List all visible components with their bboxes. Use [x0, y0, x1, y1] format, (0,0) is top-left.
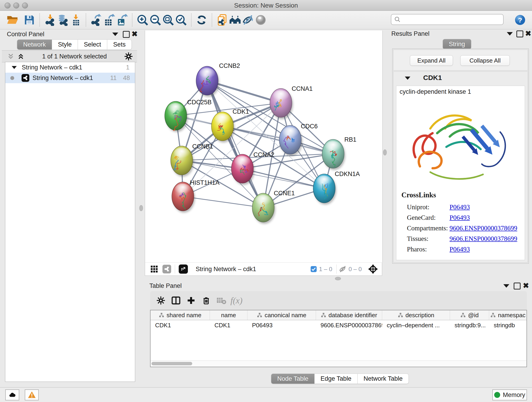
save-session-button[interactable]: [23, 13, 36, 26]
string-results-container: Expand All Collapse All CDK1 cyclin-depe…: [392, 49, 529, 264]
expand-all-icon[interactable]: [17, 52, 25, 60]
cloud-status-button[interactable]: [5, 389, 19, 400]
search-input[interactable]: [401, 16, 500, 23]
delete-table-button[interactable]: [214, 294, 229, 307]
crosslink-uniprot-link[interactable]: P06493: [450, 203, 470, 211]
collapse-all-button[interactable]: Collapse All: [460, 55, 510, 66]
protein-node-CDC6[interactable]: CDC6: [279, 123, 318, 156]
protein-node-CCNB2[interactable]: CCNB2: [196, 62, 240, 97]
table-options-button[interactable]: [153, 294, 168, 307]
protein-expander-icon[interactable]: [405, 77, 410, 80]
tab-select[interactable]: Select: [78, 39, 107, 50]
protein-node-CDK1[interactable]: CDK1: [211, 108, 249, 143]
collapse-all-icon[interactable]: [7, 52, 15, 60]
tab-sets[interactable]: Sets: [107, 39, 132, 50]
memory-status-button[interactable]: Memory: [492, 389, 527, 400]
column-header[interactable]: shared name: [151, 310, 210, 320]
tab-style[interactable]: Style: [52, 39, 78, 50]
show-columns-button[interactable]: [168, 294, 184, 307]
table-panel-menu-icon[interactable]: [503, 284, 509, 288]
right-splitter-handle[interactable]: [383, 149, 387, 155]
zoom-fit-button[interactable]: [162, 13, 175, 26]
tab-node-table[interactable]: Node Table: [271, 374, 315, 384]
column-header[interactable]: name: [210, 310, 247, 320]
grid-mode-icon[interactable]: [150, 265, 158, 273]
import-table-button[interactable]: [69, 13, 82, 26]
tab-edge-table[interactable]: Edge Table: [315, 374, 358, 384]
control-panel-float-icon[interactable]: [123, 31, 130, 38]
selected-checkbox-icon[interactable]: [310, 266, 317, 273]
bottom-splitter-handle[interactable]: [335, 277, 341, 280]
protein-node-CCNB1[interactable]: CCNB1: [171, 143, 213, 177]
zoom-selected-button[interactable]: [175, 13, 187, 26]
tab-string[interactable]: String: [443, 39, 471, 49]
left-splitter-handle[interactable]: [139, 205, 143, 211]
help-button[interactable]: ?: [515, 14, 526, 26]
column-header[interactable]: canonical name: [247, 310, 316, 320]
control-panel-close-icon[interactable]: ✖: [132, 31, 138, 37]
table-horizontal-scrollbar[interactable]: [151, 361, 526, 367]
column-header[interactable]: namespac: [489, 310, 526, 320]
export-image-button[interactable]: [115, 13, 128, 26]
protein-node-CCNE1[interactable]: CCNE1: [252, 190, 295, 224]
detach-view-button[interactable]: [179, 264, 188, 274]
expand-collapse-box: Expand All Collapse All: [393, 50, 528, 70]
table-panel-close-icon[interactable]: ✖: [523, 283, 529, 288]
gear-icon[interactable]: [124, 52, 133, 61]
crosslink-pharos-link[interactable]: P06493: [450, 245, 470, 253]
protein-name: CDK1: [423, 74, 442, 82]
control-panel-menu-icon[interactable]: [112, 32, 118, 36]
birds-eye-icon[interactable]: [368, 264, 378, 274]
column-header[interactable]: @id: [450, 310, 489, 320]
network-collection-row[interactable]: String Network – cdk1 1: [5, 62, 135, 73]
hidden-eye-icon[interactable]: [339, 265, 347, 273]
crosslink-genecard-link[interactable]: P06493: [450, 214, 470, 221]
network-view-toolbar: String Network – cdk1 1 – 0 0 – 0: [145, 262, 382, 276]
results-panel-close-icon[interactable]: ✖: [525, 31, 531, 36]
open-session-button[interactable]: [6, 13, 19, 26]
delete-column-button[interactable]: [199, 294, 214, 307]
apply-layout-button[interactable]: [195, 13, 208, 26]
table-panel-float-icon[interactable]: [514, 283, 520, 289]
column-header[interactable]: database identifier: [316, 310, 382, 320]
results-panel-menu-icon[interactable]: [507, 32, 513, 36]
node-label-CCNA1: CCNA1: [292, 85, 313, 92]
warning-status-button[interactable]: [25, 389, 39, 400]
network-row-selected[interactable]: String Network – cdk1 11 48: [5, 73, 135, 83]
tab-network-table[interactable]: Network Table: [358, 374, 409, 384]
trash-icon: [202, 296, 211, 305]
protein-node-RB1[interactable]: RB1: [322, 136, 356, 170]
results-panel-title: Results Panel: [391, 30, 430, 37]
column-header[interactable]: description: [382, 310, 450, 320]
protein-node-HIST1H1A[interactable]: HIST1H1A: [172, 179, 220, 213]
import-network-from-database-button[interactable]: [56, 13, 69, 26]
duplicate-network-button[interactable]: [216, 13, 229, 26]
node-label-CDKN1A: CDKN1A: [335, 171, 360, 177]
zoom-out-button[interactable]: [149, 13, 162, 26]
table-tabs: Node Table Edge Table Network Table: [271, 374, 409, 384]
show-all-button[interactable]: [254, 13, 267, 26]
import-network-button[interactable]: [44, 13, 56, 26]
protein-node-CDKN1A[interactable]: CDKN1A: [313, 171, 360, 205]
string-view-icon[interactable]: [162, 265, 171, 274]
scrollbar-thumb[interactable]: [152, 362, 192, 365]
tab-network[interactable]: Network: [17, 39, 52, 50]
protein-node-CDC25B[interactable]: CDC25B: [165, 99, 212, 132]
crosslink-tissues-link[interactable]: 9606.ENSP00000378699: [450, 235, 517, 242]
selected-node-edge-count: 1 – 0: [319, 266, 332, 273]
collection-expander-icon[interactable]: [12, 66, 17, 69]
add-column-button[interactable]: [184, 294, 199, 307]
expand-all-button[interactable]: Expand All: [410, 55, 453, 66]
zoom-in-button[interactable]: [136, 13, 149, 26]
crosslink-compartments-link[interactable]: 9606.ENSP00000378699: [450, 224, 517, 232]
table-row[interactable]: CDK1 CDK1 P06493 9606.ENSP00000378699 cy…: [151, 320, 526, 330]
network-graph[interactable]: CCNB2CCNA1CDC25BCDK1CDC6RB1CCNB1CCNA2CDK…: [145, 31, 382, 262]
function-builder-button[interactable]: f(x): [229, 294, 244, 307]
export-network-button[interactable]: [90, 13, 103, 26]
results-panel-float-icon[interactable]: [516, 31, 523, 37]
protein-node-CCNA1[interactable]: CCNA1: [270, 85, 313, 119]
export-table-button[interactable]: [103, 13, 115, 26]
hide-selected-button[interactable]: [241, 13, 254, 26]
first-neighbors-button[interactable]: [229, 13, 241, 26]
network-canvas[interactable]: CCNB2CCNA1CDC25BCDK1CDC6RB1CCNB1CCNA2CDK…: [145, 31, 383, 262]
